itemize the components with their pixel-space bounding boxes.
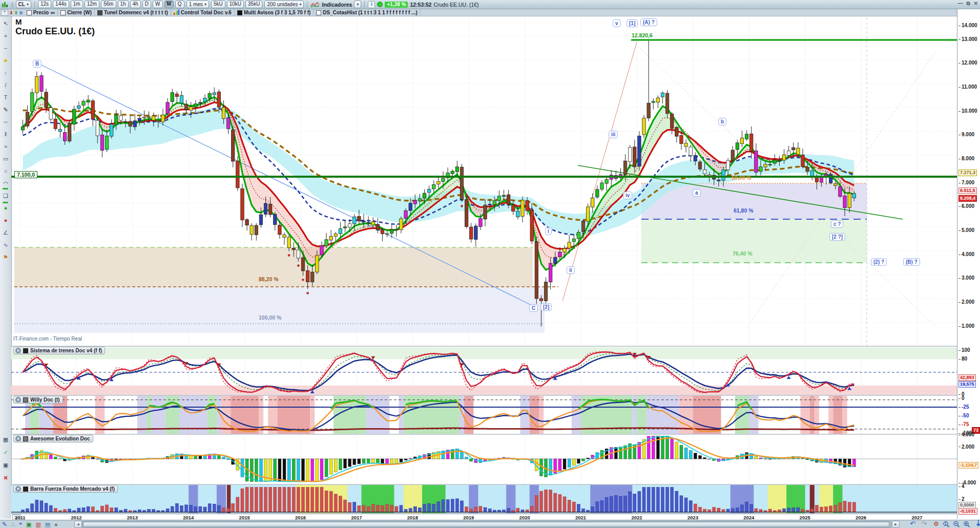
tickunit-button-10kU[interactable]: 10kU: [227, 1, 244, 8]
comment-icon[interactable]: ❝: [19, 521, 22, 528]
arc-tool-icon[interactable]: ◠: [0, 180, 11, 187]
timeframe-button-W[interactable]: W: [153, 1, 162, 8]
panel-tab-1[interactable]: ✕Willy Doc (t): [13, 396, 63, 404]
checkbox-icon[interactable]: [27, 10, 32, 15]
scroll-left-button[interactable]: ◂: [74, 521, 82, 528]
arrow-up-green-icon[interactable]: ⬆: [14, 10, 18, 15]
wave-label[interactable]: v: [613, 19, 621, 27]
panel-tab-3[interactable]: ✕Barra Fuerza Fondo Mercado v4 (f): [13, 485, 118, 493]
arrow-up-tool-icon[interactable]: ↑: [0, 70, 11, 76]
channel-tool-icon[interactable]: ‖: [0, 131, 11, 137]
wave-label[interactable]: C: [529, 304, 538, 312]
clear-drawings-icon[interactable]: ⊗: [19, 10, 23, 15]
dot-green-tool-icon[interactable]: ●: [0, 205, 11, 211]
checkbox-icon[interactable]: [60, 10, 66, 15]
indicators-caret-button[interactable]: ▾: [354, 1, 361, 8]
panel-tab-0[interactable]: ✕Sistema de trenes Doc v4 (f f): [13, 347, 105, 354]
timeframe-button-1m[interactable]: 1m: [71, 1, 83, 8]
fibonacci-tool-icon[interactable]: ≈: [0, 143, 11, 150]
indicators-button[interactable]: Indicadores: [322, 2, 352, 8]
timeframe-button-144s[interactable]: 144s: [53, 1, 69, 8]
timeframe-button-12s[interactable]: 12s: [38, 1, 51, 8]
close-button[interactable]: ✕: [974, 1, 978, 7]
checkbox-icon[interactable]: [316, 10, 321, 15]
delete-tool-icon[interactable]: ✕: [0, 475, 11, 481]
scroll-right-button[interactable]: ▸: [892, 521, 900, 528]
zoom-out-icon[interactable]: [953, 521, 960, 527]
legend-item-0[interactable]: Precio≔: [24, 9, 58, 16]
text-tool-icon[interactable]: T: [0, 94, 11, 100]
legend-item-3[interactable]: Control Total Doc v.6: [171, 9, 235, 16]
check-tool-icon[interactable]: ✓: [0, 449, 11, 456]
snapshot-icon[interactable]: ▣: [26, 521, 31, 528]
chart-settings-icon[interactable]: ▤: [45, 521, 50, 528]
price-axis[interactable]: 14.00013.00012.00011.00010.0009.0008.000…: [957, 9, 980, 519]
info-icon[interactable]: i: [368, 1, 375, 8]
arrow-down-red-icon[interactable]: ⬇: [9, 10, 13, 15]
panel-tab-2[interactable]: ✕Awesome Evolution Doc: [13, 435, 93, 442]
period-dropdown[interactable]: 1 mes▾: [186, 1, 209, 8]
collapse-legend-icon[interactable]: ⌃: [1, 10, 8, 16]
note-tool-icon[interactable]: ❏: [0, 193, 11, 199]
dot-red-tool-icon[interactable]: ●: [0, 217, 11, 223]
chart-canvas[interactable]: [11, 16, 957, 519]
flag-tool-icon[interactable]: ⚑: [0, 254, 11, 261]
share-icon[interactable]: ∴: [11, 521, 15, 528]
panel-close-icon[interactable]: ✕: [15, 436, 21, 441]
wave-label[interactable]: [2]: [540, 303, 552, 311]
legend-item-2[interactable]: Tunel Domenec v4 (t t t t t): [95, 9, 171, 16]
zoom-in-icon[interactable]: [963, 521, 970, 527]
wave-label[interactable]: iii: [609, 131, 618, 138]
panel-close-icon[interactable]: ✕: [15, 348, 21, 353]
horizontal-line-tool-icon[interactable]: ─: [0, 119, 11, 125]
settings-wrench-icon[interactable]: ⚙: [933, 520, 939, 527]
high-level-label[interactable]: 12.820,6: [632, 32, 653, 38]
scroll-to-end-icon[interactable]: ⇣: [975, 520, 980, 527]
wave-label[interactable]: ii: [567, 266, 575, 274]
list-icon[interactable]: ≔: [50, 10, 55, 15]
support-level-label[interactable]: 7.100,0: [14, 171, 37, 178]
wave-label[interactable]: b: [718, 118, 726, 125]
legend-item-1[interactable]: Cierre (W): [58, 9, 95, 16]
zoom-out-tool-icon[interactable]: −: [0, 45, 11, 51]
timeframe-button-4h[interactable]: 4h: [130, 1, 141, 8]
legend-item-5[interactable]: DS_CotasHist (1 t t t 3 1 1 f f f f f f …: [314, 9, 420, 16]
draw-logo-icon[interactable]: ✎: [2, 521, 7, 528]
pencil-tool-icon[interactable]: ✎: [0, 107, 11, 113]
timeframe-button-12m[interactable]: 12m: [85, 1, 99, 8]
panel-close-icon[interactable]: ✕: [15, 397, 21, 403]
horizontal-scrollbar[interactable]: [82, 521, 891, 528]
units-dropdown[interactable]: 200 unidades▾: [264, 1, 304, 8]
timeframe-button-D[interactable]: D: [142, 1, 151, 8]
palette-tool-icon[interactable]: ▦: [0, 436, 11, 443]
redo-icon[interactable]: ↷: [921, 520, 927, 527]
wave-label[interactable]: [2 ?]: [829, 233, 845, 241]
scrollbar-thumb[interactable]: [83, 522, 889, 527]
undo-icon[interactable]: ↶: [910, 520, 915, 527]
trendline-tool-icon[interactable]: /: [0, 82, 11, 88]
wave-label[interactable]: a: [693, 189, 701, 197]
wave-label[interactable]: (B) ?: [903, 258, 920, 266]
collapse-icons-button[interactable]: «: [54, 521, 57, 528]
wave-label[interactable]: c ?: [831, 220, 843, 228]
wave-label[interactable]: iv: [623, 192, 632, 199]
indicator-bars-icon[interactable]: ▥: [35, 521, 40, 528]
restore-button[interactable]: ⧉: [966, 1, 970, 7]
star-tool-icon[interactable]: ★: [0, 57, 11, 64]
tickunit-button-35kU[interactable]: 35kU: [245, 1, 262, 8]
pointer-tool-icon[interactable]: ↖: [0, 20, 11, 27]
timeframe-button-1h[interactable]: 1h: [118, 1, 129, 8]
wave-tool-icon[interactable]: ∿: [0, 242, 11, 248]
timeframe-button-M[interactable]: M: [164, 1, 174, 8]
timeframe-button-56m[interactable]: 56m: [101, 1, 116, 8]
rectangle-tool-icon[interactable]: ▭: [0, 156, 11, 162]
timeframe-button-Q[interactable]: Q: [175, 1, 184, 8]
minimize-button[interactable]: —: [957, 1, 963, 7]
symbol-dropdown[interactable]: CL▾: [16, 1, 31, 8]
wave-label[interactable]: B: [33, 60, 41, 68]
wave-label[interactable]: (A) ?: [640, 18, 657, 26]
toolbar-grip-handle[interactable]: ⣿: [11, 2, 14, 7]
ruler-tool-icon[interactable]: ∠: [0, 229, 11, 236]
ellipse-tool-icon[interactable]: ○: [0, 168, 11, 174]
tickunit-button-5kU[interactable]: 5kU: [211, 1, 225, 8]
